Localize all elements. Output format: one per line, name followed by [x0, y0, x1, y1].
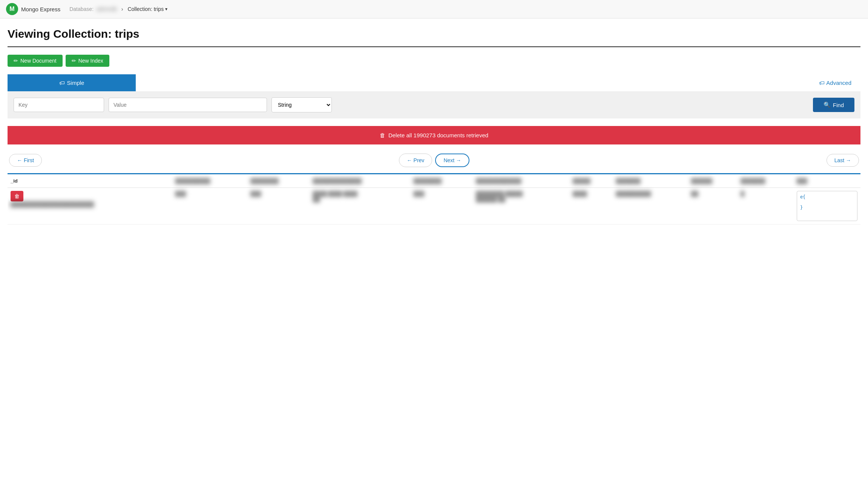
navbar: M Mongo Express Database: admindb › Coll… — [0, 0, 868, 18]
pencil-icon-2: ✏ — [72, 58, 76, 64]
delete-all-label: Delete all 1990273 documents retrieved — [388, 132, 488, 138]
td-col8: ██████████ — [613, 188, 688, 224]
search-tabs: 🏷 Simple 🏷 Advanced — [8, 74, 860, 91]
th-col5: ████████ — [411, 174, 473, 188]
find-button[interactable]: 🔍 Find — [813, 98, 854, 112]
tab-simple-label: Simple — [67, 80, 84, 86]
navbar-breadcrumb-arrow: › — [121, 6, 123, 12]
th-col7: █████ — [570, 174, 613, 188]
td-json: e{ } — [794, 188, 860, 224]
search-type-select[interactable]: String Number Boolean Object Array Null … — [271, 97, 332, 112]
pagination-right: Last → — [827, 154, 859, 167]
new-document-button[interactable]: ✏ New Document — [8, 55, 63, 67]
search-value-input[interactable] — [109, 98, 267, 112]
new-document-label: New Document — [20, 58, 57, 64]
td-col9: ██ — [688, 188, 738, 224]
navbar-database-label: Database: — [69, 6, 94, 12]
trash-row-icon: 🗑 — [14, 193, 20, 199]
next-button[interactable]: Next → — [435, 154, 469, 167]
data-table: _id ██████████ ████████ ██████████████ █… — [8, 174, 860, 224]
tag-icon-advanced: 🏷 — [819, 80, 825, 86]
search-key-input[interactable] — [14, 98, 104, 112]
th-col9: ██████ — [688, 174, 738, 188]
pagination: ← First ← Prev Next → Last → — [8, 154, 860, 167]
tab-advanced[interactable]: 🏷 Advanced — [810, 74, 860, 91]
tag-icon-simple: 🏷 — [59, 80, 65, 86]
tab-simple[interactable]: 🏷 Simple — [8, 74, 136, 91]
search-icon: 🔍 — [824, 101, 831, 108]
navbar-logo: M — [6, 3, 18, 15]
td-col2: ███ — [172, 188, 247, 224]
delete-all-bar[interactable]: 🗑 Delete all 1990273 documents retrieved — [8, 126, 860, 144]
first-button[interactable]: ← First — [9, 154, 42, 167]
td-col5: ███ — [411, 188, 473, 224]
td-col6: ████████ ███████████ ██ — [473, 188, 570, 224]
search-form: String Number Boolean Object Array Null … — [8, 91, 860, 118]
new-index-label: New Index — [78, 58, 103, 64]
last-button[interactable]: Last → — [827, 154, 859, 167]
navbar-brand: Mongo Express — [21, 6, 60, 12]
pagination-center: ← Prev Next → — [399, 154, 469, 167]
next-label: Next → — [443, 157, 461, 163]
main-content: Viewing Collection: trips ✏ New Document… — [0, 18, 868, 233]
pagination-left: ← First — [9, 154, 42, 167]
prev-button[interactable]: ← Prev — [399, 154, 432, 167]
pencil-icon: ✏ — [14, 58, 18, 64]
first-label: ← First — [17, 157, 34, 163]
delete-row-button[interactable]: 🗑 — [11, 191, 23, 201]
table-row: 🗑 ████████████████████████ ███ ███ ████ … — [8, 188, 860, 224]
table-body: 🗑 ████████████████████████ ███ ███ ████ … — [8, 188, 860, 224]
th-col3: ████████ — [247, 174, 310, 188]
th-col4: ██████████████ — [310, 174, 411, 188]
th-col10: ███████ — [738, 174, 794, 188]
table-header: _id ██████████ ████████ ██████████████ █… — [8, 174, 860, 188]
navbar-collection-label: Collection: trips — [127, 6, 164, 12]
th-id: _id — [8, 174, 172, 188]
title-divider — [8, 46, 860, 47]
td-col7: ████ — [570, 188, 613, 224]
last-label: Last → — [834, 157, 851, 163]
td-col10: █ — [738, 188, 794, 224]
logo-text: M — [9, 6, 14, 12]
new-index-button[interactable]: ✏ New Index — [66, 55, 109, 67]
table-header-row: _id ██████████ ████████ ██████████████ █… — [8, 174, 860, 188]
th-col6: █████████████ — [473, 174, 570, 188]
prev-label: ← Prev — [407, 157, 425, 163]
row-id: ████████████████████████ — [11, 201, 169, 207]
navbar-collection-caret: ▾ — [165, 6, 167, 12]
td-col4: ████ ████ ██████ — [310, 188, 411, 224]
page-title: Viewing Collection: trips — [8, 28, 860, 40]
data-table-wrapper: _id ██████████ ████████ ██████████████ █… — [8, 173, 860, 224]
th-col8: ███████ — [613, 174, 688, 188]
navbar-database-name: admindb — [97, 6, 117, 12]
td-actions: 🗑 ████████████████████████ — [8, 188, 172, 224]
td-col3: ███ — [247, 188, 310, 224]
json-preview[interactable]: e{ } — [797, 191, 857, 221]
tab-advanced-label: Advanced — [826, 80, 851, 86]
action-buttons: ✏ New Document ✏ New Index — [8, 55, 860, 67]
find-label: Find — [833, 102, 844, 108]
navbar-collection[interactable]: Collection: trips ▾ — [127, 6, 167, 12]
th-col11: ███ — [794, 174, 860, 188]
trash-icon: 🗑 — [380, 132, 385, 138]
th-col2: ██████████ — [172, 174, 247, 188]
